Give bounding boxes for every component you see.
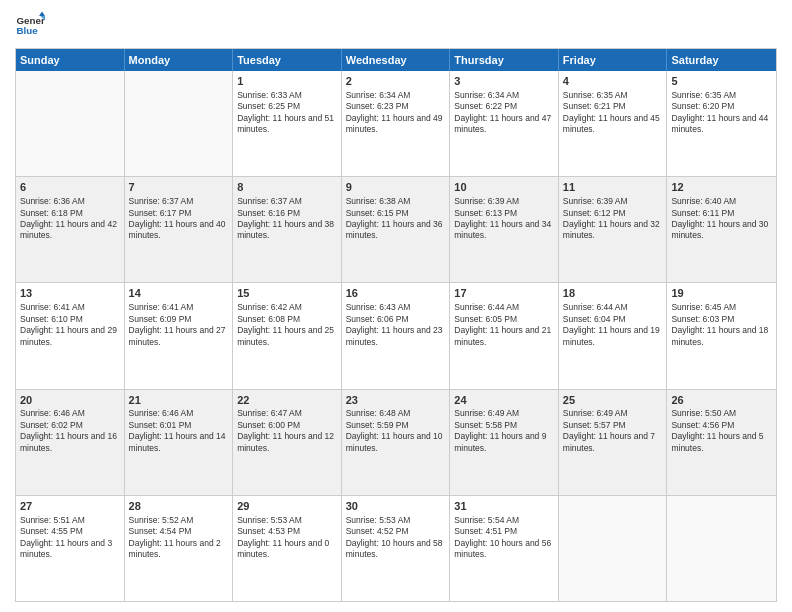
day-info: Sunrise: 6:43 AM Sunset: 6:06 PM Dayligh… xyxy=(346,302,443,346)
day-number: 27 xyxy=(20,499,120,514)
calendar-header: SundayMondayTuesdayWednesdayThursdayFrid… xyxy=(16,49,776,71)
calendar-body: 1Sunrise: 6:33 AM Sunset: 6:25 PM Daylig… xyxy=(16,71,776,601)
day-info: Sunrise: 6:44 AM Sunset: 6:04 PM Dayligh… xyxy=(563,302,660,346)
header-day-saturday: Saturday xyxy=(667,49,776,71)
day-number: 29 xyxy=(237,499,337,514)
day-info: Sunrise: 6:45 AM Sunset: 6:03 PM Dayligh… xyxy=(671,302,768,346)
day-info: Sunrise: 6:46 AM Sunset: 6:01 PM Dayligh… xyxy=(129,408,226,452)
day-number: 25 xyxy=(563,393,663,408)
day-info: Sunrise: 6:41 AM Sunset: 6:10 PM Dayligh… xyxy=(20,302,117,346)
calendar-row-3: 13Sunrise: 6:41 AM Sunset: 6:10 PM Dayli… xyxy=(16,282,776,388)
calendar-cell: 26Sunrise: 5:50 AM Sunset: 4:56 PM Dayli… xyxy=(667,390,776,495)
svg-marker-2 xyxy=(39,12,45,17)
calendar-cell: 23Sunrise: 6:48 AM Sunset: 5:59 PM Dayli… xyxy=(342,390,451,495)
day-number: 9 xyxy=(346,180,446,195)
calendar-cell: 3Sunrise: 6:34 AM Sunset: 6:22 PM Daylig… xyxy=(450,71,559,176)
calendar-cell xyxy=(16,71,125,176)
calendar-row-1: 1Sunrise: 6:33 AM Sunset: 6:25 PM Daylig… xyxy=(16,71,776,176)
day-info: Sunrise: 6:37 AM Sunset: 6:17 PM Dayligh… xyxy=(129,196,226,240)
day-info: Sunrise: 6:49 AM Sunset: 5:57 PM Dayligh… xyxy=(563,408,655,452)
svg-text:Blue: Blue xyxy=(17,25,39,36)
day-info: Sunrise: 5:53 AM Sunset: 4:52 PM Dayligh… xyxy=(346,515,443,559)
header-day-tuesday: Tuesday xyxy=(233,49,342,71)
calendar-cell: 11Sunrise: 6:39 AM Sunset: 6:12 PM Dayli… xyxy=(559,177,668,282)
header: General Blue xyxy=(15,10,777,40)
day-number: 15 xyxy=(237,286,337,301)
day-info: Sunrise: 6:35 AM Sunset: 6:20 PM Dayligh… xyxy=(671,90,768,134)
day-info: Sunrise: 5:51 AM Sunset: 4:55 PM Dayligh… xyxy=(20,515,112,559)
day-number: 20 xyxy=(20,393,120,408)
header-day-wednesday: Wednesday xyxy=(342,49,451,71)
calendar-cell: 7Sunrise: 6:37 AM Sunset: 6:17 PM Daylig… xyxy=(125,177,234,282)
calendar-row-2: 6Sunrise: 6:36 AM Sunset: 6:18 PM Daylig… xyxy=(16,176,776,282)
calendar-cell: 16Sunrise: 6:43 AM Sunset: 6:06 PM Dayli… xyxy=(342,283,451,388)
day-number: 11 xyxy=(563,180,663,195)
day-info: Sunrise: 6:48 AM Sunset: 5:59 PM Dayligh… xyxy=(346,408,443,452)
day-info: Sunrise: 6:41 AM Sunset: 6:09 PM Dayligh… xyxy=(129,302,226,346)
day-info: Sunrise: 6:36 AM Sunset: 6:18 PM Dayligh… xyxy=(20,196,117,240)
day-info: Sunrise: 6:49 AM Sunset: 5:58 PM Dayligh… xyxy=(454,408,546,452)
calendar-cell: 28Sunrise: 5:52 AM Sunset: 4:54 PM Dayli… xyxy=(125,496,234,601)
header-day-friday: Friday xyxy=(559,49,668,71)
day-info: Sunrise: 6:37 AM Sunset: 6:16 PM Dayligh… xyxy=(237,196,334,240)
day-info: Sunrise: 6:39 AM Sunset: 6:13 PM Dayligh… xyxy=(454,196,551,240)
day-info: Sunrise: 6:33 AM Sunset: 6:25 PM Dayligh… xyxy=(237,90,334,134)
calendar-cell: 20Sunrise: 6:46 AM Sunset: 6:02 PM Dayli… xyxy=(16,390,125,495)
day-number: 18 xyxy=(563,286,663,301)
day-info: Sunrise: 6:34 AM Sunset: 6:22 PM Dayligh… xyxy=(454,90,551,134)
day-info: Sunrise: 6:47 AM Sunset: 6:00 PM Dayligh… xyxy=(237,408,334,452)
header-day-sunday: Sunday xyxy=(16,49,125,71)
calendar-cell: 8Sunrise: 6:37 AM Sunset: 6:16 PM Daylig… xyxy=(233,177,342,282)
calendar-cell: 12Sunrise: 6:40 AM Sunset: 6:11 PM Dayli… xyxy=(667,177,776,282)
day-info: Sunrise: 6:34 AM Sunset: 6:23 PM Dayligh… xyxy=(346,90,443,134)
day-number: 14 xyxy=(129,286,229,301)
calendar-cell: 22Sunrise: 6:47 AM Sunset: 6:00 PM Dayli… xyxy=(233,390,342,495)
calendar-cell: 30Sunrise: 5:53 AM Sunset: 4:52 PM Dayli… xyxy=(342,496,451,601)
page: General Blue SundayMondayTuesdayWednesda… xyxy=(0,0,792,612)
logo: General Blue xyxy=(15,10,51,40)
day-info: Sunrise: 6:46 AM Sunset: 6:02 PM Dayligh… xyxy=(20,408,117,452)
day-number: 4 xyxy=(563,74,663,89)
header-day-thursday: Thursday xyxy=(450,49,559,71)
calendar-cell: 21Sunrise: 6:46 AM Sunset: 6:01 PM Dayli… xyxy=(125,390,234,495)
header-day-monday: Monday xyxy=(125,49,234,71)
day-info: Sunrise: 5:50 AM Sunset: 4:56 PM Dayligh… xyxy=(671,408,763,452)
calendar-cell: 29Sunrise: 5:53 AM Sunset: 4:53 PM Dayli… xyxy=(233,496,342,601)
calendar-cell: 10Sunrise: 6:39 AM Sunset: 6:13 PM Dayli… xyxy=(450,177,559,282)
calendar-cell: 25Sunrise: 6:49 AM Sunset: 5:57 PM Dayli… xyxy=(559,390,668,495)
day-number: 13 xyxy=(20,286,120,301)
calendar-cell: 18Sunrise: 6:44 AM Sunset: 6:04 PM Dayli… xyxy=(559,283,668,388)
day-info: Sunrise: 5:54 AM Sunset: 4:51 PM Dayligh… xyxy=(454,515,551,559)
calendar-cell xyxy=(559,496,668,601)
calendar-cell: 15Sunrise: 6:42 AM Sunset: 6:08 PM Dayli… xyxy=(233,283,342,388)
day-number: 1 xyxy=(237,74,337,89)
day-number: 24 xyxy=(454,393,554,408)
calendar-cell: 4Sunrise: 6:35 AM Sunset: 6:21 PM Daylig… xyxy=(559,71,668,176)
day-info: Sunrise: 5:52 AM Sunset: 4:54 PM Dayligh… xyxy=(129,515,221,559)
day-number: 19 xyxy=(671,286,772,301)
calendar: SundayMondayTuesdayWednesdayThursdayFrid… xyxy=(15,48,777,602)
day-number: 31 xyxy=(454,499,554,514)
calendar-cell: 9Sunrise: 6:38 AM Sunset: 6:15 PM Daylig… xyxy=(342,177,451,282)
calendar-row-5: 27Sunrise: 5:51 AM Sunset: 4:55 PM Dayli… xyxy=(16,495,776,601)
calendar-cell: 31Sunrise: 5:54 AM Sunset: 4:51 PM Dayli… xyxy=(450,496,559,601)
day-number: 16 xyxy=(346,286,446,301)
day-number: 21 xyxy=(129,393,229,408)
calendar-cell: 5Sunrise: 6:35 AM Sunset: 6:20 PM Daylig… xyxy=(667,71,776,176)
day-number: 3 xyxy=(454,74,554,89)
day-info: Sunrise: 6:44 AM Sunset: 6:05 PM Dayligh… xyxy=(454,302,551,346)
calendar-cell: 19Sunrise: 6:45 AM Sunset: 6:03 PM Dayli… xyxy=(667,283,776,388)
calendar-cell: 13Sunrise: 6:41 AM Sunset: 6:10 PM Dayli… xyxy=(16,283,125,388)
day-number: 2 xyxy=(346,74,446,89)
day-info: Sunrise: 6:42 AM Sunset: 6:08 PM Dayligh… xyxy=(237,302,334,346)
day-info: Sunrise: 6:40 AM Sunset: 6:11 PM Dayligh… xyxy=(671,196,768,240)
day-info: Sunrise: 5:53 AM Sunset: 4:53 PM Dayligh… xyxy=(237,515,329,559)
day-number: 10 xyxy=(454,180,554,195)
day-number: 23 xyxy=(346,393,446,408)
calendar-cell: 27Sunrise: 5:51 AM Sunset: 4:55 PM Dayli… xyxy=(16,496,125,601)
day-number: 7 xyxy=(129,180,229,195)
day-number: 30 xyxy=(346,499,446,514)
day-info: Sunrise: 6:38 AM Sunset: 6:15 PM Dayligh… xyxy=(346,196,443,240)
calendar-row-4: 20Sunrise: 6:46 AM Sunset: 6:02 PM Dayli… xyxy=(16,389,776,495)
day-number: 22 xyxy=(237,393,337,408)
